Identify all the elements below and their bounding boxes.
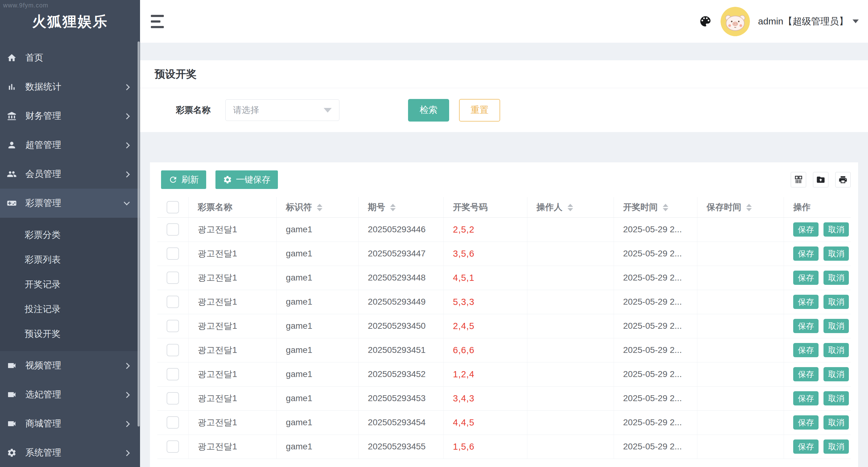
- print-icon: [838, 175, 847, 184]
- columns-icon: [794, 175, 803, 184]
- sidebar-item-label: 视频管理: [25, 359, 125, 372]
- row-checkbox[interactable]: [166, 392, 179, 405]
- sidebar-item-label: 彩票管理: [25, 197, 125, 209]
- row-save-button[interactable]: 保存: [793, 222, 818, 237]
- table-row: 광고전달1game12025052934551,5,62025-05-29 2.…: [157, 435, 851, 459]
- cell-name: 광고전달1: [188, 241, 276, 266]
- refresh-button[interactable]: 刷新: [161, 170, 206, 189]
- cell-draw_time: 2025-05-29 2...: [614, 362, 697, 386]
- row-checkbox[interactable]: [166, 271, 179, 284]
- cell-actions: 保存取消: [784, 435, 851, 459]
- select-all-checkbox[interactable]: [166, 201, 179, 213]
- row-cancel-button[interactable]: 取消: [824, 319, 849, 333]
- row-cancel-button[interactable]: 取消: [824, 246, 849, 261]
- table-row: 광고전달1game12025052934521,2,42025-05-29 2.…: [157, 362, 851, 386]
- users-icon: [7, 169, 17, 179]
- row-checkbox[interactable]: [166, 296, 179, 308]
- row-save-button[interactable]: 保存: [793, 246, 818, 261]
- cell-operator: [527, 266, 614, 290]
- sidebar-item-superadmin[interactable]: 超管管理: [0, 130, 140, 159]
- chevron-right-icon: [124, 142, 130, 148]
- print-button[interactable]: [835, 172, 851, 187]
- row-checkbox[interactable]: [166, 416, 179, 429]
- sidebar-item-lottery[interactable]: 彩票管理: [0, 189, 140, 218]
- lottery-name-select[interactable]: 请选择: [225, 99, 339, 121]
- row-save-button[interactable]: 保存: [793, 367, 818, 381]
- row-cancel-button[interactable]: 取消: [824, 415, 849, 430]
- sidebar-subitem-draw-records[interactable]: 开奖记录: [0, 272, 140, 297]
- sidebar-scrollbar[interactable]: [137, 41, 140, 427]
- sidebar-item-mall[interactable]: 商城管理: [0, 409, 140, 438]
- table-header-row: 彩票名称标识符期号开奖号码操作人开奖时间保存时间操作: [157, 197, 851, 217]
- table-toolbar: 刷新 一键保存: [157, 170, 851, 189]
- column-header-save_time[interactable]: 保存时间: [698, 197, 784, 217]
- search-button[interactable]: 检索: [408, 99, 449, 121]
- export-button[interactable]: [813, 172, 829, 187]
- row-cancel-button[interactable]: 取消: [824, 391, 849, 405]
- sort-icon[interactable]: [567, 204, 573, 211]
- row-checkbox[interactable]: [166, 223, 179, 236]
- row-checkbox[interactable]: [166, 320, 179, 332]
- row-save-button[interactable]: 保存: [793, 391, 818, 405]
- menu-toggle-icon[interactable]: [151, 15, 164, 28]
- row-save-button[interactable]: 保存: [793, 271, 818, 285]
- cell-numbers: 3,4,3: [443, 386, 527, 410]
- sidebar-subitem-preset-draw[interactable]: 预设开奖: [0, 322, 140, 346]
- sort-icon[interactable]: [746, 204, 752, 211]
- save-all-button[interactable]: 一键保存: [215, 170, 278, 189]
- row-save-button[interactable]: 保存: [793, 319, 818, 333]
- row-checkbox[interactable]: [166, 247, 179, 260]
- chevron-down-icon: [852, 20, 859, 23]
- column-header-code[interactable]: 标识符: [276, 197, 358, 217]
- sidebar-item-stats[interactable]: 数据统计: [0, 72, 140, 101]
- sidebar-subitem-lottery-category[interactable]: 彩票分类: [0, 223, 140, 247]
- cell-operator: [527, 241, 614, 266]
- cell-save_time: [698, 290, 784, 314]
- reset-button[interactable]: 重置: [459, 99, 500, 121]
- sort-icon[interactable]: [390, 204, 396, 211]
- row-cancel-button[interactable]: 取消: [824, 439, 849, 454]
- sidebar-subitem-lottery-list[interactable]: 彩票列表: [0, 247, 140, 272]
- cell-save_time: [698, 266, 784, 290]
- theme-palette-icon[interactable]: [698, 14, 713, 28]
- sidebar-item-xuanfei[interactable]: 选妃管理: [0, 380, 140, 409]
- sort-icon[interactable]: [663, 204, 668, 211]
- cell-numbers: 2,5,2: [443, 217, 527, 241]
- row-cancel-button[interactable]: 取消: [824, 295, 849, 309]
- user-name: admin【超级管理员】: [758, 15, 848, 28]
- user-menu[interactable]: admin【超级管理员】: [758, 15, 859, 28]
- avatar[interactable]: [720, 7, 750, 36]
- row-cancel-button[interactable]: 取消: [824, 367, 849, 381]
- column-header-draw_time[interactable]: 开奖时间: [614, 197, 697, 217]
- row-save-button[interactable]: 保存: [793, 295, 818, 309]
- sidebar-item-video[interactable]: 视频管理: [0, 351, 140, 380]
- sidebar-subitem-bet-records[interactable]: 投注记录: [0, 297, 140, 322]
- row-checkbox[interactable]: [166, 440, 179, 453]
- cell-issue: 202505293453: [359, 386, 443, 410]
- row-save-button[interactable]: 保存: [793, 415, 818, 430]
- column-header-operator[interactable]: 操作人: [527, 197, 614, 217]
- gear-icon: [223, 175, 232, 184]
- row-cancel-button[interactable]: 取消: [824, 343, 849, 357]
- cell-code: game1: [276, 362, 358, 386]
- row-checkbox[interactable]: [166, 344, 179, 356]
- row-save-button[interactable]: 保存: [793, 343, 818, 357]
- sidebar-item-home[interactable]: 首页: [0, 43, 140, 72]
- sort-icon[interactable]: [317, 204, 322, 211]
- columns-button[interactable]: [791, 172, 806, 187]
- cell-draw_time: 2025-05-29 2...: [614, 314, 697, 338]
- row-checkbox[interactable]: [166, 368, 179, 380]
- sidebar-item-members[interactable]: 会员管理: [0, 159, 140, 189]
- column-header-issue[interactable]: 期号: [359, 197, 443, 217]
- sidebar-item-system[interactable]: 系统管理: [0, 438, 140, 467]
- table-row: 광고전달1game12025052934473,5,62025-05-29 2.…: [157, 241, 851, 266]
- cell-operator: [527, 290, 614, 314]
- sidebar-item-finance[interactable]: 财务管理: [0, 101, 140, 130]
- row-cancel-button[interactable]: 取消: [824, 271, 849, 285]
- row-cancel-button[interactable]: 取消: [824, 222, 849, 237]
- row-save-button[interactable]: 保存: [793, 439, 818, 454]
- cell-actions: 保存取消: [784, 241, 851, 266]
- sidebar-item-label: 超管管理: [25, 139, 125, 151]
- page-title-band: 预设开奖: [140, 60, 868, 88]
- cell-operator: [527, 338, 614, 362]
